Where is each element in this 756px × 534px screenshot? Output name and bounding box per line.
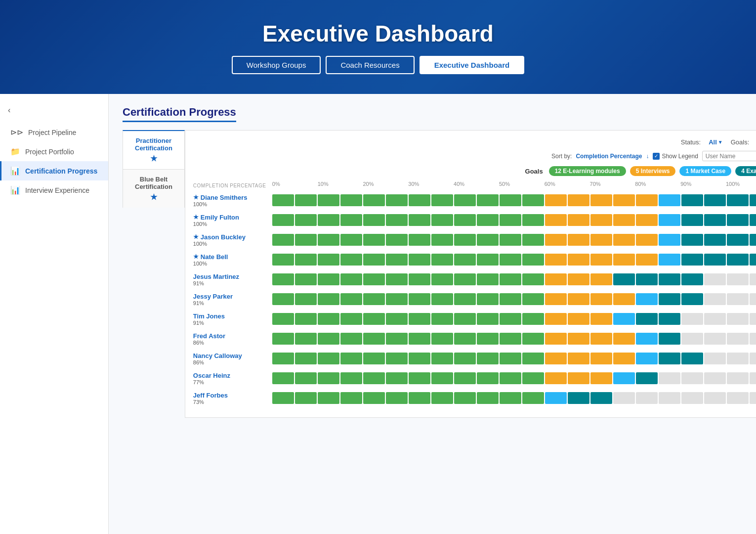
goal-badge-exams[interactable]: 4 Exams: [735, 166, 756, 176]
tab-practitioner-star: ★: [135, 154, 172, 163]
segment-block: [295, 392, 317, 404]
segment-block: [500, 293, 521, 305]
segment-block: [659, 254, 680, 266]
bars-area: [272, 332, 756, 346]
person-name-cell: Jeff Forbes73%: [193, 392, 272, 405]
segment-block: [318, 392, 339, 404]
person-name[interactable]: Oscar Heinz: [193, 372, 272, 379]
segment-block: [568, 372, 589, 384]
sidebar-item-certification-progress[interactable]: 📊 Certification Progress: [0, 161, 108, 180]
star-icon: ★: [193, 194, 199, 201]
certification-icon: 📊: [10, 166, 20, 176]
sidebar-toggle[interactable]: ‹: [0, 102, 108, 119]
segment-block: [727, 353, 749, 364]
status-dropdown[interactable]: All ▼: [709, 138, 723, 146]
person-name[interactable]: Fred Astor: [193, 332, 272, 340]
segment-block: [363, 234, 385, 246]
goal-badge-market-case[interactable]: 1 Market Case: [679, 166, 731, 176]
sort-value[interactable]: Completion Percentage: [576, 153, 642, 160]
person-name-cell: ★Diane Smithers100%: [193, 194, 272, 207]
tab-blue-belt-certification[interactable]: Blue BeltCertification ★: [123, 169, 185, 208]
segment-block: [545, 392, 567, 404]
person-name-cell: ★Emily Fulton100%: [193, 214, 272, 227]
axis-20: 20%: [363, 181, 408, 187]
segment-block: [409, 234, 430, 246]
person-name[interactable]: ★Diane Smithers: [193, 194, 272, 201]
segment-block: [454, 392, 476, 404]
segment-block: [295, 273, 317, 285]
segment-block: [454, 293, 476, 305]
person-pct: 91%: [193, 300, 272, 306]
sidebar-item-project-pipeline[interactable]: ⊳⊳ Project Pipeline: [0, 123, 108, 142]
goals-legend-label: Goals: [525, 168, 543, 175]
segment-block: [568, 214, 589, 226]
segment-block: [681, 214, 703, 226]
segment-block: [636, 313, 658, 325]
bars-area: [272, 292, 756, 306]
person-pct: 77%: [193, 379, 272, 385]
nav-executive-dashboard[interactable]: Executive Dashboard: [420, 56, 525, 74]
segment-block: [500, 194, 521, 206]
portfolio-icon: 📁: [10, 147, 20, 156]
sidebar-item-project-portfolio[interactable]: 📁 Project Portfolio: [0, 142, 108, 161]
bars-area: [272, 312, 756, 326]
segment-block: [295, 293, 317, 305]
person-name[interactable]: Nancy Calloway: [193, 352, 272, 359]
segment-block: [500, 372, 521, 384]
goals-label: Goals:: [731, 138, 750, 146]
sidebar-label-project-pipeline: Project Pipeline: [28, 129, 76, 136]
search-input[interactable]: [706, 153, 756, 160]
nav-coach-resources[interactable]: Coach Resources: [326, 56, 414, 74]
goal-badge-interviews[interactable]: 5 Interviews: [630, 166, 676, 176]
segment-block: [318, 194, 339, 206]
segment-block: [295, 214, 317, 226]
segment-block: [613, 372, 635, 384]
cert-tabs-col: PractitionerCertification ★ Blue BeltCer…: [123, 130, 185, 418]
goal-badge-elearning[interactable]: 12 E-Learning modules: [549, 166, 626, 176]
segment-block: [568, 333, 589, 345]
segment-block: [431, 313, 453, 325]
segment-block: [704, 234, 726, 246]
segment-block: [590, 234, 612, 246]
segment-block: [545, 293, 567, 305]
segment-block: [386, 293, 408, 305]
person-name[interactable]: ★Nate Bell: [193, 253, 272, 261]
axis-60: 60%: [545, 181, 590, 187]
segment-block: [500, 313, 521, 325]
person-name[interactable]: ★Jason Buckley: [193, 233, 272, 241]
segment-block: [318, 254, 339, 266]
segment-block: [386, 254, 408, 266]
segment-block: [454, 372, 476, 384]
nav-workshop-groups[interactable]: Workshop Groups: [232, 56, 321, 74]
segment-block: [318, 273, 339, 285]
star-icon: ★: [193, 233, 199, 240]
bars-area: [272, 213, 756, 227]
segment-block: [590, 333, 612, 345]
sidebar-item-interview-experience[interactable]: 📊 Interview Experience: [0, 180, 108, 200]
table-row: Tim Jones91%: [193, 311, 756, 327]
person-name[interactable]: Jeff Forbes: [193, 392, 272, 399]
axis-ticks: 0% 10% 20% 30% 40% 50% 60% 70% 80% 90% 1: [272, 181, 756, 190]
axis-70: 70%: [590, 181, 635, 187]
segment-block: [477, 372, 499, 384]
show-legend-group: Show Legend: [653, 153, 698, 160]
person-name-cell: Fred Astor86%: [193, 332, 272, 346]
segment-block: [545, 333, 567, 345]
bars-area: [272, 253, 756, 267]
search-bar[interactable]: 🔍: [702, 151, 756, 161]
segment-block: [386, 372, 408, 384]
header-nav: Workshop Groups Coach Resources Executiv…: [232, 56, 524, 74]
segment-block: [659, 273, 680, 285]
segment-block: [431, 234, 453, 246]
segment-block: [318, 353, 339, 364]
segment-block: [318, 372, 339, 384]
person-name[interactable]: ★Emily Fulton: [193, 214, 272, 221]
segment-block: [272, 313, 294, 325]
show-legend-checkbox[interactable]: [653, 153, 660, 160]
person-name[interactable]: Jesus Martinez: [193, 273, 272, 280]
tab-practitioner-certification[interactable]: PractitionerCertification ★: [123, 130, 185, 169]
person-name[interactable]: Jessy Parker: [193, 293, 272, 300]
segment-block: [727, 333, 749, 345]
person-name[interactable]: Tim Jones: [193, 312, 272, 320]
segment-block: [545, 273, 567, 285]
